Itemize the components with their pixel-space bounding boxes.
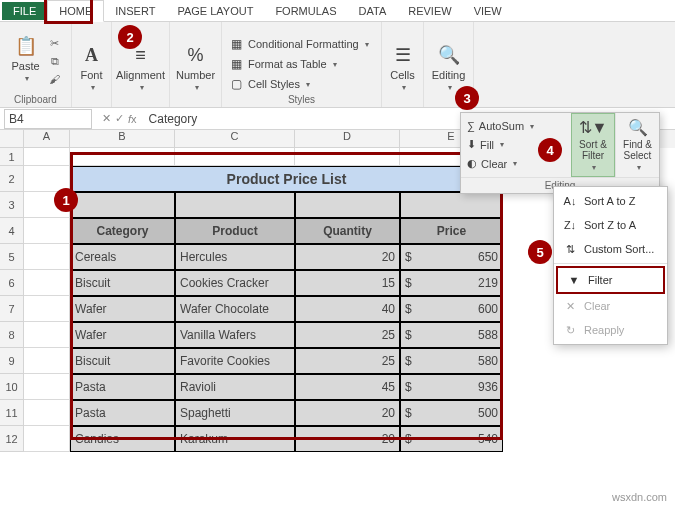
cells-button[interactable]: ☰ Cells ▾	[388, 43, 417, 92]
cell[interactable]	[70, 148, 175, 166]
autosum-button[interactable]: ∑AutoSum▾	[467, 117, 565, 135]
cell[interactable]	[70, 192, 175, 218]
format-as-table-button[interactable]: ▦Format as Table▾	[228, 54, 369, 74]
cell[interactable]: Candies	[70, 426, 175, 452]
cell[interactable]: Pasta	[70, 374, 175, 400]
find-select-button[interactable]: 🔍 Find & Select▾	[615, 113, 659, 177]
copy-icon[interactable]: ⧉	[46, 52, 64, 70]
col-header-B[interactable]: B	[70, 130, 175, 148]
cell[interactable]	[295, 192, 400, 218]
menu-filter[interactable]: ▼Filter	[556, 266, 665, 294]
font-button[interactable]: A Font ▾	[78, 43, 105, 92]
cancel-icon[interactable]: ✕	[102, 112, 111, 125]
editing-button[interactable]: 🔍 Editing ▾	[430, 43, 467, 92]
number-button[interactable]: % Number ▾	[176, 43, 215, 92]
paste-button[interactable]: 📋 Paste ▾	[8, 34, 44, 83]
cell[interactable]: 25	[295, 322, 400, 348]
sort-filter-button[interactable]: ⇅▼ Sort & Filter▾	[571, 113, 615, 177]
row-header[interactable]: 4	[0, 218, 24, 244]
cell[interactable]	[175, 148, 295, 166]
row-header[interactable]: 11	[0, 400, 24, 426]
cell[interactable]	[24, 148, 70, 166]
cell[interactable]	[24, 296, 70, 322]
cell[interactable]: Hercules	[175, 244, 295, 270]
cell[interactable]: Wafer Chocolate	[175, 296, 295, 322]
cell-styles-button[interactable]: ▢Cell Styles▾	[228, 74, 369, 94]
table-header[interactable]: Quantity	[295, 218, 400, 244]
cell[interactable]: Biscuit	[70, 270, 175, 296]
cell[interactable]	[24, 374, 70, 400]
cell[interactable]	[175, 192, 295, 218]
tab-data[interactable]: DATA	[348, 2, 398, 20]
row-header[interactable]: 9	[0, 348, 24, 374]
cell[interactable]: 15	[295, 270, 400, 296]
cell[interactable]: Pasta	[70, 400, 175, 426]
row-header[interactable]: 1	[0, 148, 24, 166]
fx-icon[interactable]: fx	[128, 113, 137, 125]
row-header[interactable]: 10	[0, 374, 24, 400]
cell[interactable]: $588	[400, 322, 503, 348]
cell[interactable]	[24, 348, 70, 374]
cell[interactable]: 40	[295, 296, 400, 322]
cell[interactable]	[24, 218, 70, 244]
cell[interactable]	[295, 148, 400, 166]
cell[interactable]: $650	[400, 244, 503, 270]
cell[interactable]: 20	[295, 400, 400, 426]
cell[interactable]: Spaghetti	[175, 400, 295, 426]
cell[interactable]: Wafer	[70, 296, 175, 322]
col-header-C[interactable]: C	[175, 130, 295, 148]
name-box[interactable]: B4	[4, 109, 92, 129]
alignment-button[interactable]: ≡ Alignment ▾	[118, 43, 163, 92]
cell[interactable]	[400, 192, 503, 218]
menu-custom-sort[interactable]: ⇅Custom Sort...	[554, 237, 667, 261]
cell[interactable]	[24, 426, 70, 452]
select-all-cell[interactable]	[0, 130, 24, 148]
tab-view[interactable]: VIEW	[463, 2, 513, 20]
menu-sort-az[interactable]: A↓Sort A to Z	[554, 189, 667, 213]
row-header[interactable]: 6	[0, 270, 24, 296]
row-header[interactable]: 2	[0, 166, 24, 192]
cell[interactable]: $600	[400, 296, 503, 322]
cell[interactable]: Wafer	[70, 322, 175, 348]
cell[interactable]: $936	[400, 374, 503, 400]
cell[interactable]: $540	[400, 426, 503, 452]
row-header[interactable]: 12	[0, 426, 24, 452]
cell[interactable]: Biscuit	[70, 348, 175, 374]
cell[interactable]: Vanilla Wafers	[175, 322, 295, 348]
cell[interactable]: Cereals	[70, 244, 175, 270]
cut-icon[interactable]: ✂	[46, 34, 64, 52]
tab-file[interactable]: FILE	[2, 2, 47, 20]
cell[interactable]: Favorite Cookies	[175, 348, 295, 374]
tab-page-layout[interactable]: PAGE LAYOUT	[166, 2, 264, 20]
cell[interactable]	[24, 400, 70, 426]
table-title[interactable]: Product Price List	[70, 166, 503, 192]
cell[interactable]	[24, 244, 70, 270]
cell[interactable]: 25	[295, 348, 400, 374]
table-header[interactable]: Category	[70, 218, 175, 244]
col-header-A[interactable]: A	[24, 130, 70, 148]
table-header[interactable]: Price	[400, 218, 503, 244]
cell[interactable]: Cookies Cracker	[175, 270, 295, 296]
tab-review[interactable]: REVIEW	[397, 2, 462, 20]
row-header[interactable]: 7	[0, 296, 24, 322]
format-painter-icon[interactable]: 🖌	[46, 70, 64, 88]
table-header[interactable]: Product	[175, 218, 295, 244]
menu-sort-za[interactable]: Z↓Sort Z to A	[554, 213, 667, 237]
tab-insert[interactable]: INSERT	[104, 2, 166, 20]
col-header-D[interactable]: D	[295, 130, 400, 148]
cell[interactable]: Ravioli	[175, 374, 295, 400]
cell[interactable]: $219	[400, 270, 503, 296]
row-header[interactable]: 3	[0, 192, 24, 218]
row-header[interactable]: 5	[0, 244, 24, 270]
cell[interactable]	[24, 322, 70, 348]
row-header[interactable]: 8	[0, 322, 24, 348]
cell[interactable]: Karakum	[175, 426, 295, 452]
cell[interactable]: $500	[400, 400, 503, 426]
conditional-formatting-button[interactable]: ▦Conditional Formatting▾	[228, 34, 369, 54]
cell[interactable]: 20	[295, 426, 400, 452]
tab-formulas[interactable]: FORMULAS	[264, 2, 347, 20]
cell[interactable]	[24, 270, 70, 296]
cell[interactable]: 20	[295, 244, 400, 270]
cell[interactable]: 45	[295, 374, 400, 400]
enter-icon[interactable]: ✓	[115, 112, 124, 125]
